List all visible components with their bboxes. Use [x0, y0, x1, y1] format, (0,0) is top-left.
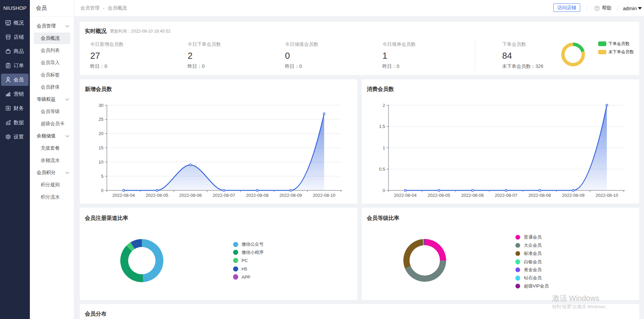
svg-text:2022-08-06: 2022-08-06: [179, 193, 202, 198]
sidebar-item-data[interactable]: 数据: [0, 115, 30, 130]
submenu-item-充值套餐[interactable]: 充值套餐: [30, 142, 74, 154]
submenu-item-会员列表[interactable]: 会员列表: [30, 44, 74, 57]
app-logo: NIUSHOP: [0, 0, 30, 16]
update-time: 更新时间：2022-08-10 18:45:52: [110, 29, 171, 34]
realtime-card-title: 实时概况: [85, 28, 107, 35]
legend-label: 普通会员: [524, 234, 542, 240]
submenu-item-积分流水[interactable]: 积分流水: [30, 191, 74, 203]
legend-item-超级VIP会员[interactable]: 超级VIP会员: [515, 282, 549, 290]
finance-icon: [5, 105, 11, 111]
sidebar-item-goods[interactable]: 商品: [0, 44, 30, 58]
submenu-item-label: 充值套餐: [41, 145, 60, 151]
submenu-group-label: 等级权益: [37, 96, 56, 102]
stat-label: 今日下单会员数: [188, 41, 221, 48]
legend-label: 未下单会员数: [608, 49, 634, 55]
legend-item-PC[interactable]: PC: [233, 257, 248, 264]
submenu-item-会员标签[interactable]: 会员标签: [30, 69, 74, 81]
legend-item-APP[interactable]: APP: [233, 273, 250, 281]
legend-item-未下单会员数[interactable]: 未下单会员数: [598, 49, 634, 55]
account-menu[interactable]: admin: [623, 0, 637, 16]
submenu-item-积分规则[interactable]: 积分规则: [30, 179, 74, 191]
stat-sub: 昨日：0: [90, 63, 124, 70]
topbar-divider: [587, 5, 587, 11]
help-button[interactable]: 帮助: [594, 0, 611, 16]
legend-swatch: [515, 276, 520, 280]
sidebar-item-marketing[interactable]: 营销: [0, 87, 30, 101]
svg-text:2022-08-10: 2022-08-10: [595, 193, 618, 198]
submenu-item-会员群体[interactable]: 会员群体: [30, 81, 74, 93]
submenu-group-会员积分[interactable]: 会员积分: [30, 167, 74, 179]
sidebar-item-label: 商品: [14, 48, 24, 55]
stat-label: 今日领券会员数: [382, 41, 416, 48]
sidebar-item-shop[interactable]: 店铺: [0, 30, 30, 44]
submenu-item-label: 会员标签: [41, 72, 60, 78]
legend-item-黄金会员[interactable]: 黄金会员: [515, 266, 542, 274]
visit-shop-button[interactable]: 访问店铺: [553, 3, 580, 12]
update-time-value: 2022-08-10 18:45:52: [131, 29, 171, 34]
new-members-line-chart: 0510152025302022-08-042022-08-052022-08-…: [80, 79, 357, 204]
order-stat-column: 下单会员数 84 未下单会员数：326: [502, 41, 543, 70]
svg-text:2022-08-08: 2022-08-08: [528, 193, 551, 198]
new-members-chart-card: 0510152025302022-08-042022-08-052022-08-…: [80, 79, 357, 204]
submenu-item-超级会员卡[interactable]: 超级会员卡: [30, 118, 74, 130]
svg-text:1: 1: [383, 145, 385, 150]
svg-text:0.5: 0.5: [379, 167, 385, 172]
stat-label: 下单会员数: [502, 41, 543, 48]
secondary-sidebar: 会员 会员管理 会员概况 会员列表 会员导入 会员标签 会员群体等级权益 会员等…: [30, 0, 74, 319]
svg-text:0: 0: [101, 188, 103, 193]
legend-item-下单会员数[interactable]: 下单会员数: [598, 41, 630, 47]
chevron-down-icon: [65, 135, 69, 137]
submenu-item-余额流水[interactable]: 余额流水: [30, 154, 74, 167]
legend-item-标准会员[interactable]: 标准会员: [515, 250, 542, 257]
stat-label: 今日新增会员数: [90, 41, 124, 48]
legend-item-白银会员[interactable]: 白银会员: [515, 258, 542, 266]
legend-item-微信小程序[interactable]: 微信小程序: [233, 249, 264, 256]
legend-item-微信公众号[interactable]: 微信公众号: [233, 241, 264, 248]
chevron-down-icon: [65, 98, 69, 101]
stat-sub-label: 未下单会员数：: [502, 63, 535, 69]
stats-divider: [475, 39, 475, 71]
stat-value: 2: [188, 51, 221, 61]
svg-text:5: 5: [101, 174, 103, 179]
submenu-item-会员导入[interactable]: 会员导入: [30, 57, 74, 69]
submenu-item-会员等级[interactable]: 会员等级: [30, 106, 74, 118]
sidebar-item-member[interactable]: 会员: [0, 73, 30, 87]
breadcrumb-section[interactable]: 会员管理: [80, 5, 99, 11]
legend-swatch: [233, 250, 238, 255]
username: admin: [623, 5, 637, 11]
submenu-item-label: 余额流水: [41, 157, 60, 164]
sidebar-item-overview[interactable]: 概况: [0, 16, 30, 30]
legend-item-普通会员[interactable]: 普通会员: [515, 233, 542, 241]
chart-title: 会员等级比率: [367, 215, 399, 222]
svg-text:2022-08-06: 2022-08-06: [461, 193, 484, 198]
svg-text:2: 2: [383, 103, 385, 108]
update-time-label: 更新时间：: [110, 29, 131, 34]
legend-item-大众会员[interactable]: 大众会员: [515, 242, 542, 249]
legend-swatch: [515, 284, 520, 288]
submenu-group-余额储值[interactable]: 余额储值: [30, 130, 74, 142]
legend-item-H5[interactable]: H5: [233, 265, 247, 273]
legend-label: 白银会员: [524, 259, 542, 265]
submenu-item-会员概况[interactable]: 会员概况: [30, 32, 74, 44]
svg-text:2022-08-09: 2022-08-09: [280, 193, 302, 198]
svg-text:2022-08-10: 2022-08-10: [313, 193, 336, 198]
svg-text:1.5: 1.5: [379, 124, 385, 129]
settings-icon: [5, 134, 11, 140]
sidebar-item-order[interactable]: 订单: [0, 58, 30, 73]
chevron-down-icon: [65, 172, 69, 174]
order-icon: [5, 62, 11, 69]
submenu-group-等级权益[interactable]: 等级权益: [30, 93, 74, 106]
sidebar-item-settings[interactable]: 设置: [0, 130, 30, 144]
submenu-item-label: 积分规则: [41, 182, 60, 188]
sidebar-item-finance[interactable]: 财务: [0, 101, 30, 115]
submenu-group-label: 余额储值: [37, 133, 56, 139]
legend-swatch: [233, 258, 238, 263]
submenu-group-会员管理[interactable]: 会员管理: [30, 20, 74, 32]
svg-text:0: 0: [383, 188, 385, 193]
stat-column-今日新增会员数: 今日新增会员数 27 昨日：0: [90, 41, 124, 70]
legend-label: 微信公众号: [242, 241, 264, 247]
member-level-pie-chart: [362, 208, 639, 300]
card-title: 会员分布: [85, 311, 107, 318]
legend-item-钻石会员[interactable]: 钻石会员: [515, 274, 542, 282]
marketing-icon: [5, 91, 11, 97]
